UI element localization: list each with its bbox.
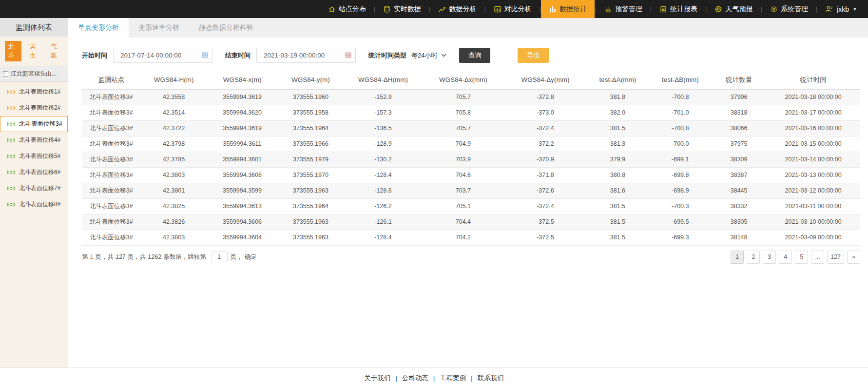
sidebar-tab-beidou[interactable]: 北斗 <box>5 41 21 61</box>
sidebar-tab-weather[interactable]: 气象 <box>47 41 64 61</box>
table-cell: 373555.1958 <box>277 105 344 120</box>
page-button-127[interactable]: 127 <box>827 251 844 264</box>
table-cell: 3559994.3601 <box>207 152 277 167</box>
nav-item-system-management[interactable]: 系统管理 <box>762 0 816 18</box>
table-cell: -372.4 <box>504 198 587 214</box>
user-menu[interactable]: jxkb ▼ <box>817 0 859 18</box>
table-cell: -372.2 <box>504 136 587 152</box>
jump-page-input[interactable] <box>211 252 228 262</box>
main-content: 单点变形分析 变形速率分析 静态数据分析检验 开始时间 2017-07-14 0… <box>68 18 868 368</box>
broadcast-icon <box>7 184 15 193</box>
sidebar-tab-geotech[interactable]: 岩土 <box>26 41 43 61</box>
nav-item-weather-forecast[interactable]: 天气预报 <box>707 0 760 18</box>
sidebar-tabs: 北斗 岩土 气象 <box>0 37 68 66</box>
next-page-button[interactable]: » <box>847 251 860 264</box>
tree-root-node[interactable]: − 江北新区猪头山... <box>0 66 68 82</box>
table-cell: 373555.1966 <box>277 136 344 152</box>
footer-link-news[interactable]: 公司动态 <box>402 374 428 383</box>
page-button-3[interactable]: 3 <box>763 251 776 264</box>
table-cell: -700.3 <box>649 198 712 214</box>
nav-item-compare-analysis[interactable]: 对比分析 <box>486 0 540 18</box>
sidebar-item-station-1[interactable]: 北斗表面位移1# <box>0 84 68 100</box>
table-row: 北斗表面位移3#42.37853559994.3601373555.1979-1… <box>82 152 860 167</box>
nav-item-realtime-data[interactable]: 实时数据 <box>375 0 429 18</box>
sidebar-item-station-7[interactable]: 北斗表面位移7# <box>0 180 68 196</box>
table-cell: 42.3803 <box>140 230 207 245</box>
column-header: 统计数量 <box>712 71 766 89</box>
table-cell: 373555.1963 <box>277 183 344 198</box>
start-time-value: 2017-07-14 00:00:00 <box>120 52 181 59</box>
table-cell: -370.9 <box>504 152 587 167</box>
start-time-input[interactable]: 2017-07-14 00:00:00 <box>113 48 212 63</box>
current-page-number: 1 <box>90 253 94 260</box>
chevron-down-icon <box>441 54 446 57</box>
footer-link-cases[interactable]: 工程案例 <box>440 374 466 383</box>
page-button-5[interactable]: 5 <box>795 251 808 264</box>
table-cell: 42.3514 <box>140 105 207 120</box>
footer-link-contact[interactable]: 联系我们 <box>478 374 504 383</box>
footer-link-about[interactable]: 关于我们 <box>364 374 390 383</box>
sidebar-item-label: 北斗表面位移2# <box>19 104 60 112</box>
tab-single-point-deformation[interactable]: 单点变形分析 <box>68 18 129 38</box>
tab-deformation-rate[interactable]: 变形速率分析 <box>129 18 189 38</box>
nav-item-statistics-report[interactable]: 统计报表 <box>652 0 705 18</box>
jump-confirm-button[interactable]: 确定 <box>245 253 257 261</box>
sidebar-item-station-2[interactable]: 北斗表面位移2# <box>0 100 68 116</box>
table-cell: 2021-03-11 00:00:00 <box>766 198 860 214</box>
table-cell: 704.4 <box>422 214 504 230</box>
table-cell: 382.0 <box>586 105 649 120</box>
nav-item-label: 对比分析 <box>504 5 532 14</box>
table-cell: 北斗表面位移3# <box>82 198 140 214</box>
table-cell: 37975 <box>712 136 766 152</box>
page-button-4[interactable]: 4 <box>779 251 792 264</box>
home-icon <box>328 5 336 13</box>
table-cell: 北斗表面位移3# <box>82 136 140 152</box>
table-row: 北斗表面位移3#42.37223559994.3619373555.1964-1… <box>82 120 860 136</box>
sidebar-item-label: 北斗表面位移1# <box>19 88 60 96</box>
table-cell: -126.1 <box>344 214 423 230</box>
sidebar-item-station-3[interactable]: 北斗表面位移3# <box>0 116 68 132</box>
table-cell: 2021-03-17 00:00:00 <box>766 105 860 120</box>
end-time-input[interactable]: 2021-03-19 00:00:00 <box>256 48 356 63</box>
table-cell: -371.8 <box>504 167 587 183</box>
nav-item-data-analysis[interactable]: 数据分析 <box>430 0 484 18</box>
sidebar-item-station-5[interactable]: 北斗表面位移5# <box>0 148 68 164</box>
table-cell: 38318 <box>712 105 766 120</box>
table-cell: 705.1 <box>422 198 504 214</box>
sidebar-item-station-6[interactable]: 北斗表面位移6# <box>0 164 68 180</box>
tree-collapse-icon[interactable]: − <box>3 71 8 77</box>
start-time-label: 开始时间 <box>82 51 107 60</box>
footer: 关于我们 | 公司动态 | 工程案例 | 联系我们 <box>0 368 868 388</box>
page-button-2[interactable]: 2 <box>747 251 760 264</box>
column-header: 统计时间 <box>766 71 860 89</box>
nav-item-data-statistics[interactable]: 数据统计 <box>541 0 595 18</box>
table-cell: 42.3825 <box>140 198 207 214</box>
panel: 开始时间 2017-07-14 00:00:00 结束时间 2021-03-19… <box>68 38 868 368</box>
stat-interval-select[interactable]: 每24小时 <box>411 51 446 60</box>
nav-item-site-distribution[interactable]: 站点分布 <box>320 0 374 18</box>
page-ellipsis[interactable]: ... <box>811 251 824 264</box>
broadcast-icon <box>7 104 15 112</box>
table-cell: 2021-03-09 00:00:00 <box>766 230 860 245</box>
table-header-row: 监测站点WGS84-H(m)WGS84-x(m)WGS84-y(m)WGS84-… <box>82 71 860 89</box>
sidebar-item-station-4[interactable]: 北斗表面位移4# <box>0 132 68 148</box>
table-cell: -157.3 <box>344 105 423 120</box>
sidebar-item-station-8[interactable]: 北斗表面位移8# <box>0 196 68 213</box>
table-cell: 381.8 <box>586 89 649 105</box>
page-button-1[interactable]: 1 <box>731 251 744 264</box>
query-button[interactable]: 查询 <box>459 48 490 63</box>
table-cell: 北斗表面位移3# <box>82 183 140 198</box>
gear-icon <box>770 5 778 13</box>
sidebar-title: 监测体列表 <box>0 18 68 37</box>
username: jxkb <box>837 5 849 13</box>
table-cell: 3559994.3604 <box>207 230 277 245</box>
table-cell: 42.3803 <box>140 167 207 183</box>
table-cell: -699.3 <box>649 230 712 245</box>
nav-item-alert-management[interactable]: 预警管理 <box>597 0 650 18</box>
nav-item-label: 站点分布 <box>339 5 366 14</box>
export-button[interactable]: 导出 <box>518 48 549 63</box>
tab-static-data-check[interactable]: 静态数据分析检验 <box>189 18 263 38</box>
broadcast-icon <box>7 136 15 144</box>
table-cell: 379.9 <box>586 152 649 167</box>
table-cell: -128.6 <box>344 183 423 198</box>
